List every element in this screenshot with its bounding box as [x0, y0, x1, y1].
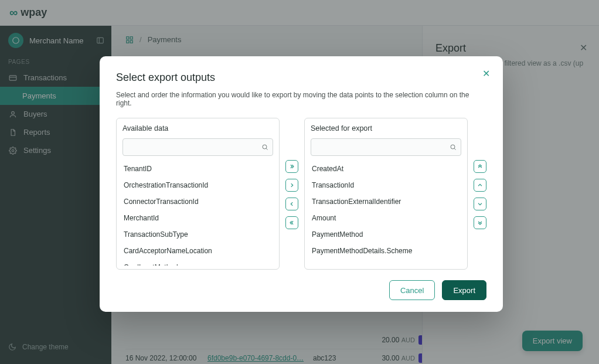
order-buttons	[474, 118, 486, 270]
selected-field[interactable]: TransactionExternalIdentifier	[311, 193, 461, 210]
available-search-input[interactable]	[122, 138, 273, 156]
available-field[interactable]: CardInputMethod	[122, 259, 273, 266]
available-field[interactable]: TransactionSubType	[122, 226, 273, 243]
mover-buttons	[285, 118, 298, 270]
move-down-button[interactable]	[474, 198, 486, 210]
move-top-button[interactable]	[474, 160, 486, 173]
modal-subtitle: Select and order the information you wou…	[116, 91, 486, 107]
move-all-left-button[interactable]	[285, 216, 298, 229]
available-field[interactable]: MerchantId	[122, 210, 273, 226]
selected-field[interactable]: TransactionId	[311, 177, 461, 193]
available-field[interactable]: OrchestrationTransactionId	[122, 177, 273, 193]
export-button[interactable]: Export	[442, 280, 486, 300]
selected-field[interactable]: CreatedAt	[311, 161, 461, 177]
export-outputs-modal: ✕ Select export outputs Select and order…	[100, 56, 503, 312]
move-right-button[interactable]	[285, 179, 298, 192]
available-field[interactable]: TenantID	[122, 161, 273, 177]
selected-field[interactable]: Amount	[311, 210, 461, 226]
move-all-right-button[interactable]	[285, 160, 298, 173]
move-left-button[interactable]	[285, 198, 298, 210]
available-field[interactable]: ConnectorTransactionId	[122, 193, 273, 210]
close-icon[interactable]: ✕	[482, 68, 490, 79]
available-listbox: Available data TenantIDOrchestrationTran…	[116, 118, 280, 270]
cancel-button[interactable]: Cancel	[389, 280, 435, 300]
selected-search-input[interactable]	[311, 138, 461, 156]
selected-listbox: Selected for export CreatedAtTransaction…	[304, 118, 468, 270]
available-field[interactable]: CardAcceptorNameLocation	[122, 243, 273, 259]
move-bottom-button[interactable]	[474, 216, 486, 229]
selected-field[interactable]: PaymentMethodDetails.Scheme	[311, 243, 461, 259]
modal-title: Select export outputs	[116, 72, 486, 84]
selected-title: Selected for export	[311, 124, 461, 132]
move-up-button[interactable]	[474, 179, 486, 192]
modal-footer: Cancel Export	[116, 270, 486, 300]
selected-field[interactable]: PaymentMethod	[311, 226, 461, 243]
available-title: Available data	[122, 124, 273, 132]
